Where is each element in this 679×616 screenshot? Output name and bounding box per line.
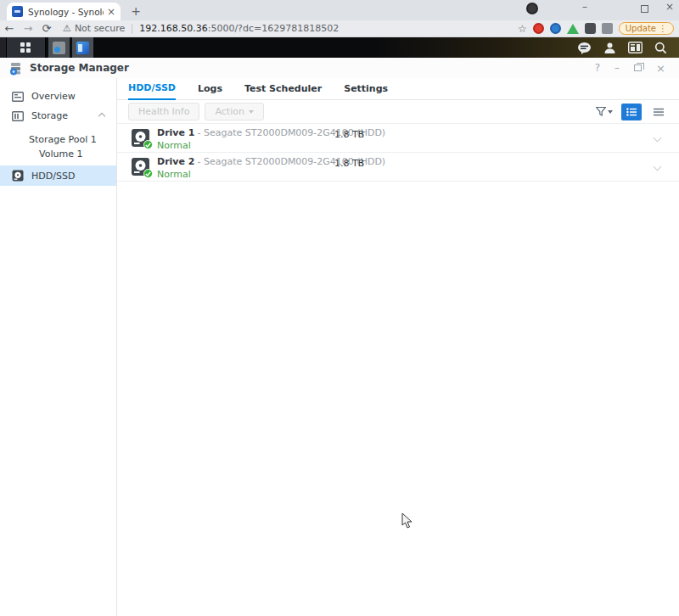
forward-icon[interactable]: → — [19, 22, 37, 35]
drive-status-icon — [131, 157, 150, 176]
hdd-icon — [12, 170, 24, 182]
health-info-label: Health Info — [138, 106, 189, 117]
sidebar-item-label: Overview — [31, 91, 76, 102]
window-titlebar[interactable]: Storage Manager ? – × — [0, 58, 679, 78]
drive-name: Drive 2 — [157, 156, 194, 167]
browser-tab-strip: Synology - Synology NAS × + – × — [0, 0, 679, 20]
drive-row-1[interactable]: Drive 1- Seagate ST2000DM009-2G4100 (HDD… — [117, 124, 679, 153]
new-tab-button[interactable]: + — [127, 3, 144, 19]
tab-settings[interactable]: Settings — [344, 83, 388, 99]
reload-icon[interactable]: ⟳ — [37, 22, 56, 35]
filter-funnel-icon — [596, 107, 606, 116]
app-close-icon[interactable]: × — [656, 62, 665, 75]
url-path: :5000/?dc=1629781818502 — [208, 23, 339, 34]
extension-icon-gray[interactable] — [602, 23, 613, 34]
widgets-icon[interactable] — [628, 42, 643, 53]
storage-manager-icon — [8, 61, 23, 76]
sidebar-item-label: HDD/SSD — [31, 171, 75, 182]
more-vert-icon: ⋮ — [659, 24, 667, 33]
status-ok-badge — [143, 169, 153, 178]
browser-toolbar-right: ☆ Update ⋮ — [518, 22, 679, 35]
app-window-controls: ? – × — [595, 62, 671, 75]
sidebar-item-volume-1[interactable]: Volume 1 — [0, 147, 116, 161]
browser-tab[interactable]: Synology - Synology NAS × — [7, 3, 121, 20]
filter-button[interactable] — [594, 104, 614, 120]
drive-status: Normal — [157, 140, 385, 151]
chrome-update-button[interactable]: Update ⋮ — [619, 22, 674, 35]
omnibox-divider — [132, 24, 132, 34]
sidebar-item-overview[interactable]: Overview — [0, 87, 116, 106]
action-toolbar: Health Info Action — [117, 100, 679, 123]
main-content: HDD/SSD Logs Test Scheduler Settings Hea… — [117, 78, 679, 616]
taskbar-app-active[interactable] — [72, 37, 93, 58]
app-restore-icon[interactable] — [634, 64, 642, 71]
window-minimize-button[interactable]: – — [579, 0, 591, 15]
sidebar: Overview Storage Storage Pool 1 Volume 1… — [0, 78, 117, 616]
sidebar-item-hdd-ssd[interactable]: HDD/SSD — [0, 165, 116, 186]
drive-list: Drive 1- Seagate ST2000DM009-2G4100 (HDD… — [117, 123, 679, 182]
detail-list-icon — [626, 108, 637, 116]
taskbar-tray — [577, 42, 679, 54]
help-icon[interactable]: ? — [595, 62, 600, 74]
url-host: 192.168.50.36 — [139, 23, 207, 34]
not-secure-label[interactable]: Not secure — [75, 23, 125, 34]
synology-favicon — [12, 6, 23, 17]
extension-icon-red[interactable] — [533, 23, 544, 34]
window-title: Storage Manager — [30, 62, 129, 74]
update-label: Update — [626, 24, 656, 33]
apps-grid-icon — [20, 42, 31, 53]
extensions-puzzle-icon[interactable] — [585, 23, 596, 34]
not-secure-warning-icon: ⚠ — [63, 23, 71, 34]
show-desktop-strip[interactable] — [0, 37, 7, 58]
overview-icon — [12, 92, 24, 102]
sidebar-item-storage-pool-1[interactable]: Storage Pool 1 — [0, 132, 116, 147]
window-maximize-button[interactable] — [641, 5, 648, 13]
tab-title: Synology - Synology NAS — [28, 7, 104, 17]
simple-list-icon — [654, 108, 664, 116]
drive-row-2[interactable]: Drive 2- Seagate ST2000DM009-2G4100 (HDD… — [117, 153, 679, 182]
address-bar[interactable]: ⚠ Not secure 192.168.50.36:5000/?dc=1629… — [63, 22, 518, 36]
notifications-icon[interactable] — [577, 42, 592, 54]
browser-toolbar: ← → ⟳ ⚠ Not secure 192.168.50.36:5000/?d… — [0, 20, 679, 37]
tab-hdd-ssd[interactable]: HDD/SSD — [128, 82, 176, 100]
active-app-icon — [76, 42, 89, 54]
expand-chevron-icon[interactable] — [654, 134, 662, 143]
window-close-button[interactable]: × — [664, 0, 676, 15]
content-tabs: HDD/SSD Logs Test Scheduler Settings — [117, 81, 679, 100]
drive-name: Drive 1 — [157, 127, 194, 138]
collapse-chevron-icon[interactable] — [98, 113, 105, 120]
drive-size: 1.8 TB — [334, 158, 364, 169]
bookmark-star-icon[interactable]: ☆ — [518, 23, 527, 35]
list-view-button-active[interactable] — [621, 104, 642, 120]
taskbar-app-storage-manager[interactable] — [48, 37, 70, 58]
search-icon[interactable] — [654, 42, 667, 54]
filter-caret-icon — [608, 110, 613, 114]
user-account-icon[interactable] — [603, 42, 616, 54]
tab-close-icon[interactable]: × — [107, 6, 115, 18]
status-ok-badge — [143, 140, 153, 149]
action-label: Action — [215, 106, 244, 117]
view-controls — [594, 104, 669, 120]
storage-icon — [12, 111, 24, 121]
app-minimize-icon[interactable]: – — [614, 62, 620, 74]
action-button[interactable]: Action — [205, 103, 263, 120]
dsm-taskbar — [0, 37, 679, 58]
expand-chevron-icon[interactable] — [654, 163, 662, 171]
health-info-button[interactable]: Health Info — [128, 103, 199, 120]
sidebar-item-storage[interactable]: Storage — [0, 106, 116, 126]
profile-avatar[interactable] — [526, 3, 538, 14]
sidebar-item-label: Storage — [31, 110, 68, 121]
storage-manager-app-icon — [53, 42, 65, 54]
compact-list-button[interactable] — [648, 104, 669, 120]
main-menu-button[interactable] — [7, 37, 46, 58]
drive-status-icon — [131, 128, 150, 148]
extension-icon-blue[interactable] — [550, 23, 561, 34]
tab-logs[interactable]: Logs — [198, 83, 222, 99]
drive-size: 1.8 TB — [334, 129, 364, 140]
back-icon[interactable]: ← — [0, 22, 19, 35]
storage-manager-window: Storage Manager ? – × Overview Storage S… — [0, 58, 679, 616]
mouse-cursor — [401, 512, 413, 529]
action-caret-icon — [249, 110, 254, 114]
tab-test-scheduler[interactable]: Test Scheduler — [244, 83, 322, 99]
drive-extension-icon[interactable] — [567, 24, 579, 34]
